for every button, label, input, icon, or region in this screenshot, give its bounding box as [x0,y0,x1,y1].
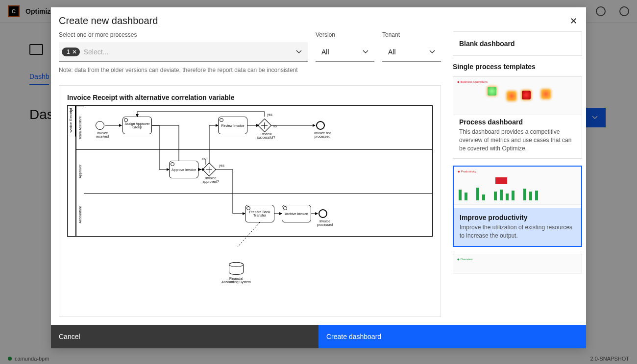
process-select[interactable]: 1 ✕ Select... [59,42,308,62]
process-tag[interactable]: 1 ✕ [62,48,80,56]
create-dashboard-button[interactable]: Create dashboard [318,325,586,348]
lane-label-team-assistant: Team Assistant [76,106,84,149]
bpmn-start-label: Invoice received [93,131,112,138]
process-select-label: Select one or more processes [59,31,308,38]
cancel-button[interactable]: Cancel [51,325,318,348]
modal-left-pane: Select one or more processes 1 ✕ Select.… [51,31,449,325]
bpmn-end-processed-label: Invoice processed [313,219,337,226]
bpmn-edge-no2: no [202,157,206,160]
chevron-down-icon [429,50,435,54]
bpmn-edge-yes2: yes [219,164,224,167]
version-note: Note: data from the older versions can d… [59,67,441,73]
template-desc: This dashboard provides a competitive ov… [459,128,576,152]
templates-section-single: Single process templates [453,63,582,71]
bpmn-end-not-processed [316,121,325,130]
template-improve-productivity[interactable]: ◆ Productivity Improve [453,166,582,247]
template-title: Improve productivity [460,214,575,221]
bpmn-task-assign: Assign Approver Group [122,117,152,134]
bpmn-task-archive: Archive Invoice [282,205,311,222]
templates-panel: Blank dashboard Single process templates… [449,31,586,325]
template-blank-dashboard[interactable]: Blank dashboard [453,31,582,56]
lane-label-accountant: Accountant [76,193,84,236]
bpmn-edge-yes1: yes [267,113,272,116]
bpmn-task-prepare: Prepare Bank Transfer [245,205,274,222]
version-label: Version [316,31,374,38]
lane-label-approver: Approver [76,149,84,193]
tenant-label: Tenant [382,31,441,38]
bpmn-gateway-approve [202,163,216,176]
process-placeholder: Select... [84,48,109,56]
version-value: All [321,48,329,56]
bpmn-diagram-card: Invoice Receipt with alternative correla… [59,85,441,317]
template-preview: ◆ Overview [453,254,582,274]
modal-title: Create new dashboard [59,15,158,26]
tenant-value: All [388,48,396,56]
bpmn-task-approve: Approve Invoice [169,161,198,178]
template-next[interactable]: ◆ Overview [453,254,582,273]
template-process-dashboard[interactable]: ◆ Business Operations Process dashboard … [453,76,582,159]
template-desc: Improve the utilization of existing reso… [460,223,575,240]
bpmn-title: Invoice Receipt with alternative correla… [67,94,433,101]
bpmn-gateway-review-label: Review successful? [256,132,276,139]
version-select[interactable]: All [316,42,374,62]
bpmn-task-review: Review Invoice [218,117,247,134]
tenant-select[interactable]: All [382,42,441,62]
template-preview: ◆ Productivity [454,167,581,205]
bpmn-edge-no1: no [273,124,277,128]
process-tag-count: 1 [67,49,70,55]
process-tag-clear-icon[interactable]: ✕ [72,49,77,55]
bpmn-end-processed [318,209,327,218]
bpmn-datastore [229,262,244,275]
bpmn-start-event [96,121,104,130]
close-icon[interactable]: ✕ [568,16,578,26]
chevron-down-icon [296,50,302,54]
bpmn-gateway-review [258,119,271,132]
bpmn-pool-label: Invoice Receipt [68,106,75,137]
create-dashboard-modal: Create new dashboard ✕ Select one or mor… [51,7,586,348]
bpmn-gateway-approve-label: Invoice approved? [201,176,220,183]
template-preview: ◆ Business Operations [453,77,582,115]
chevron-down-icon [363,50,368,54]
bpmn-end-not-processed-label: Invoice not processed [310,131,335,138]
template-title: Process dashboard [459,118,576,126]
bpmn-datastore-label: Financial Accounting System [221,277,251,284]
template-blank-title: Blank dashboard [459,40,576,48]
modal-footer: Cancel Create dashboard [51,325,586,348]
